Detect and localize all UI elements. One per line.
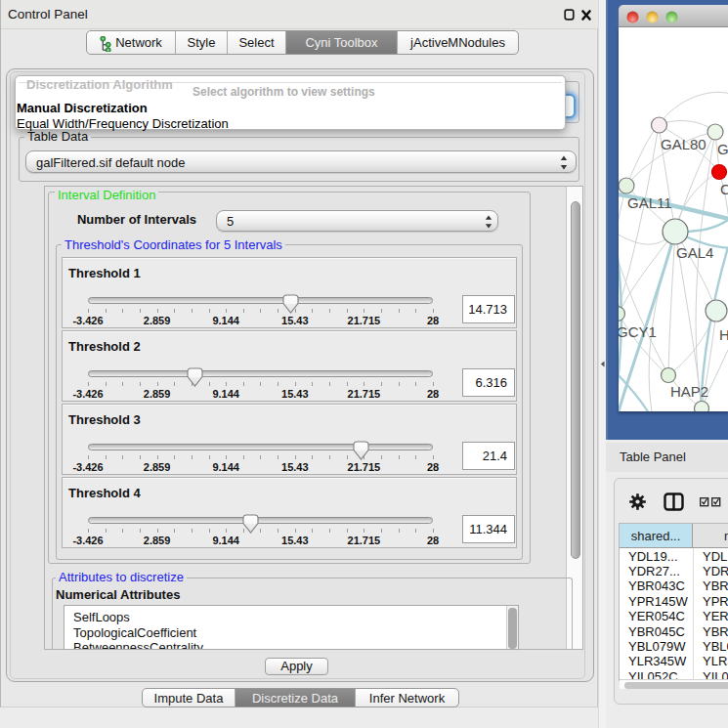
svg-text:GAL4: GAL4 [676,244,713,261]
svg-text:GAL11: GAL11 [627,194,672,211]
svg-text:CY: CY [720,181,728,197]
svg-text:HI: HI [719,326,728,343]
svg-text:GA: GA [717,141,728,157]
svg-text:GAL80: GAL80 [661,136,707,152]
svg-text:HAP2: HAP2 [670,383,708,400]
svg-text:GCY1: GCY1 [619,323,657,340]
